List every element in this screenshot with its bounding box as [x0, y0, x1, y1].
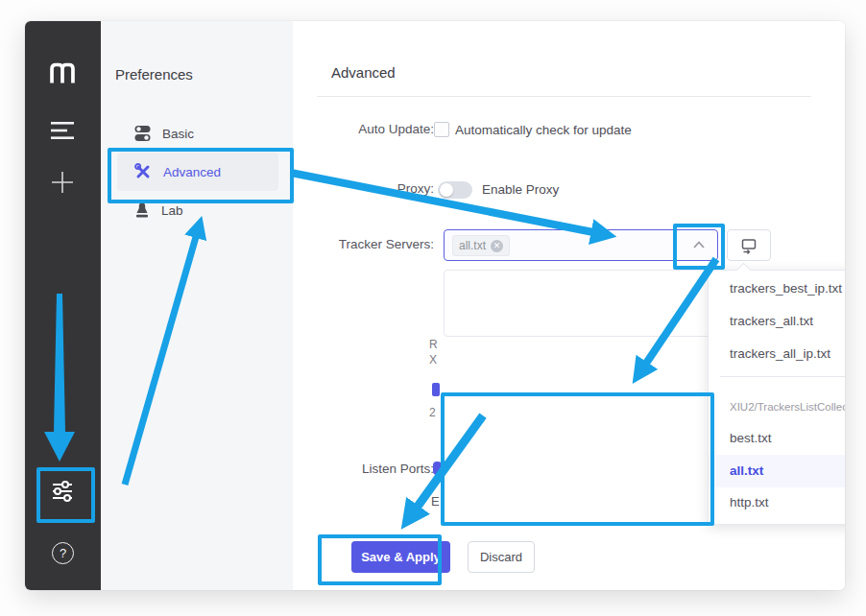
- tracker-servers-select[interactable]: all.txt ✕: [444, 229, 718, 261]
- dropdown-item[interactable]: trackers_best_ip.txt: [709, 272, 845, 305]
- screenshot-root: ? Preferences Basic Advanced: [0, 0, 866, 616]
- tag-remove-icon[interactable]: ✕: [491, 240, 503, 252]
- dropdown-item-label: all.txt: [730, 463, 763, 478]
- nav-item-advanced[interactable]: Advanced: [117, 153, 278, 191]
- add-task-icon[interactable]: [51, 171, 74, 194]
- dropdown-item-selected[interactable]: all.txt ✓: [709, 455, 845, 487]
- dropdown-item[interactable]: trackers_all.txt: [709, 305, 845, 338]
- dropdown-divider: [720, 376, 845, 377]
- occluded-text-fragment: R: [429, 338, 438, 351]
- chevron-up-icon[interactable]: [692, 240, 706, 249]
- page-title: Advanced: [331, 64, 396, 81]
- sync-trackers-button[interactable]: [727, 229, 771, 261]
- preferences-sliders-icon[interactable]: [50, 479, 75, 504]
- occluded-toggle-fragment: [433, 462, 442, 475]
- app-sidebar: ?: [25, 21, 101, 590]
- app-window: ? Preferences Basic Advanced: [25, 21, 845, 590]
- title-divider: [317, 96, 811, 97]
- dropdown-group-label: XIU2/TrackersListCollection: [709, 391, 845, 423]
- dropdown-item[interactable]: trackers_all_ip.txt: [709, 338, 845, 370]
- proxy-toggle-label: Enable Proxy: [482, 182, 559, 197]
- dropdown-item[interactable]: best.txt: [709, 422, 845, 455]
- nav-item-lab[interactable]: Lab: [117, 191, 278, 229]
- toggle-knob: [440, 183, 453, 197]
- nav-item-label: Advanced: [163, 165, 221, 179]
- nav-item-label: Lab: [161, 203, 183, 218]
- listen-ports-label: Listen Ports:: [317, 462, 434, 476]
- preferences-title: Preferences: [115, 66, 193, 83]
- occluded-text-fragment: X: [429, 353, 437, 367]
- question-mark-glyph: ?: [60, 546, 66, 560]
- auto-update-label: Auto Update:: [317, 122, 434, 136]
- tracker-servers-label: Tracker Servers:: [317, 237, 434, 251]
- occluded-checkbox-fragment: [432, 383, 440, 396]
- task-list-icon[interactable]: [50, 121, 75, 140]
- selected-tag: all.txt ✕: [452, 235, 510, 256]
- settings-main: Advanced Auto Update: Automatically chec…: [293, 21, 845, 590]
- nav-item-basic[interactable]: Basic: [117, 114, 278, 153]
- proxy-label: Proxy:: [317, 181, 434, 196]
- selected-tag-label: all.txt: [459, 239, 486, 252]
- dropdown-item[interactable]: http.txt: [709, 486, 845, 519]
- auto-update-checkbox-label[interactable]: Automatically check for update: [455, 123, 632, 137]
- auto-update-checkbox[interactable]: [434, 122, 449, 137]
- occluded-text-fragment: E: [431, 494, 440, 509]
- occluded-text-fragment: 2: [429, 406, 436, 419]
- proxy-toggle[interactable]: [438, 181, 472, 199]
- motrix-logo: [48, 59, 77, 84]
- sync-icon: [740, 237, 758, 254]
- lab-stamp-icon: [134, 201, 150, 219]
- preferences-nav: Preferences Basic Advanced: [101, 21, 293, 590]
- toggles-icon: [134, 125, 151, 142]
- tracker-dropdown: trackers_best_ip.txt trackers_all.txt tr…: [708, 270, 845, 525]
- tools-icon: [134, 163, 152, 180]
- discard-button[interactable]: Discard: [468, 541, 535, 573]
- nav-item-label: Basic: [162, 127, 194, 141]
- save-apply-button[interactable]: Save & Apply: [351, 541, 450, 573]
- help-icon[interactable]: ?: [52, 542, 74, 564]
